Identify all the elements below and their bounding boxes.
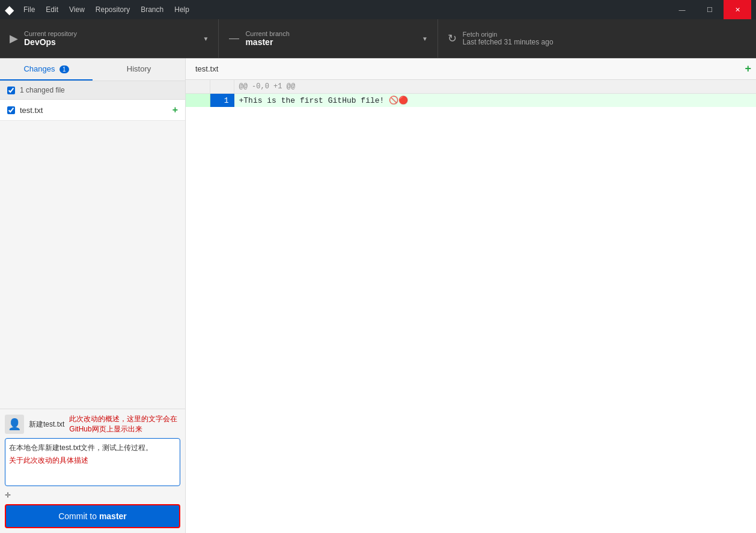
menu-help[interactable]: Help xyxy=(169,3,194,16)
changed-files-header: 1 changed file xyxy=(0,81,185,100)
commit-description-text: 在本地仓库新建test.txt文件，测试上传过程。 xyxy=(9,442,176,453)
add-coauthor-icon: ✛ xyxy=(5,491,11,499)
diff-header-left-num xyxy=(186,80,210,94)
fetch-text: Fetch origin Last fetched 31 minutes ago xyxy=(463,31,553,46)
active-file-tab[interactable]: test.txt xyxy=(191,59,223,78)
titlebar-left: ◆ File Edit View Repository Branch Help xyxy=(5,2,194,17)
toolbar: ▶ Current repository DevOps ▼ ⸻ Current … xyxy=(0,19,756,58)
branch-text: Current branch master xyxy=(245,30,289,47)
add-file-icon[interactable]: + xyxy=(745,62,751,75)
menu-repository[interactable]: Repository xyxy=(91,3,135,16)
file-tab-bar: test.txt + xyxy=(186,58,756,80)
main-layout: Changes 1 History 1 changed file test.tx… xyxy=(0,58,756,533)
branch-label: Current branch xyxy=(245,30,289,37)
repository-icon: ▶ xyxy=(10,32,18,45)
diff-header-code: @@ -0,0 +1 @@ xyxy=(234,80,756,94)
sidebar-tabs: Changes 1 History xyxy=(0,58,185,81)
file-checkbox[interactable] xyxy=(7,106,15,114)
tab-changes[interactable]: Changes 1 xyxy=(0,58,93,81)
diff-right-num: 1 xyxy=(210,94,234,108)
branch-arrow-icon: ▼ xyxy=(422,35,428,42)
commit-add-coauthor[interactable]: ✛ xyxy=(5,490,180,501)
github-icon: ◆ xyxy=(5,2,14,17)
sidebar: Changes 1 History 1 changed file test.tx… xyxy=(0,58,186,533)
fetch-sublabel: Last fetched 31 minutes ago xyxy=(463,38,553,46)
menu-view[interactable]: View xyxy=(64,3,90,16)
diff-view: @@ -0,0 +1 @@ 1 +This is the first GitHu… xyxy=(186,80,756,533)
fetch-icon: ↻ xyxy=(448,32,457,45)
fetch-label: Fetch origin xyxy=(463,31,553,38)
commit-summary-filename: 新建test.txt xyxy=(29,419,64,430)
tab-history[interactable]: History xyxy=(93,58,185,81)
repository-value: DevOps xyxy=(24,37,77,47)
window-controls: — ☐ ✕ xyxy=(668,0,751,19)
branch-icon: ⸻ xyxy=(228,32,239,45)
diff-left-num xyxy=(186,94,210,108)
diff-header-right-num xyxy=(210,80,234,94)
tab-history-label: History xyxy=(127,64,151,73)
diff-line-code: +This is the first GitHub file! 🚫🔴 xyxy=(234,94,756,108)
current-branch-section[interactable]: ⸻ Current branch master ▼ xyxy=(219,19,437,58)
diff-table: @@ -0,0 +1 @@ 1 +This is the first GitHu… xyxy=(186,80,756,107)
tab-changes-label: Changes xyxy=(23,64,55,73)
commit-button[interactable]: Commit to master xyxy=(5,504,180,528)
close-button[interactable]: ✕ xyxy=(724,0,751,19)
diff-hunk-header: @@ -0,0 +1 @@ xyxy=(186,80,756,94)
menu-edit[interactable]: Edit xyxy=(41,3,63,16)
commit-summary-row: 👤 新建test.txt 此次改动的概述，这里的文字会在GitHub网页上显示出… xyxy=(5,414,180,434)
current-repository-section[interactable]: ▶ Current repository DevOps ▼ xyxy=(0,19,219,58)
menu-bar: File Edit View Repository Branch Help xyxy=(19,3,194,16)
list-item[interactable]: test.txt + xyxy=(0,100,185,121)
commit-description-hint: 关于此次改动的具体描述 xyxy=(9,455,176,466)
diff-add-line: 1 +This is the first GitHub file! 🚫🔴 xyxy=(186,94,756,108)
changed-files-count: 1 changed file xyxy=(20,86,65,94)
avatar: 👤 xyxy=(5,415,24,434)
repository-arrow-icon: ▼ xyxy=(203,35,209,42)
menu-file[interactable]: File xyxy=(19,3,40,16)
repository-label: Current repository xyxy=(24,30,77,37)
commit-description-area[interactable]: 在本地仓库新建test.txt文件，测试上传过程。 关于此次改动的具体描述 xyxy=(5,438,180,486)
repository-text: Current repository DevOps xyxy=(24,30,77,47)
branch-value: master xyxy=(245,37,289,47)
commit-button-prefix: Commit to xyxy=(58,511,99,521)
commit-area: 👤 新建test.txt 此次改动的概述，这里的文字会在GitHub网页上显示出… xyxy=(0,409,185,533)
select-all-checkbox[interactable] xyxy=(7,87,15,94)
avatar-icon: 👤 xyxy=(8,418,21,431)
commit-button-branch: master xyxy=(99,511,127,521)
commit-summary-hint: 此次改动的概述，这里的文字会在GitHub网页上显示出来 xyxy=(69,414,180,434)
file-name: test.txt xyxy=(20,106,168,115)
changes-badge: 1 xyxy=(59,65,69,73)
maximize-button[interactable]: ☐ xyxy=(696,0,724,19)
fetch-origin-section[interactable]: ↻ Fetch origin Last fetched 31 minutes a… xyxy=(438,19,756,58)
content-area: test.txt + @@ -0,0 +1 @@ 1 +This is the … xyxy=(186,58,756,533)
file-added-icon: + xyxy=(172,105,178,115)
minimize-button[interactable]: — xyxy=(668,0,696,19)
titlebar: ◆ File Edit View Repository Branch Help … xyxy=(0,0,756,19)
menu-branch[interactable]: Branch xyxy=(136,3,168,16)
file-list: test.txt + xyxy=(0,100,185,409)
